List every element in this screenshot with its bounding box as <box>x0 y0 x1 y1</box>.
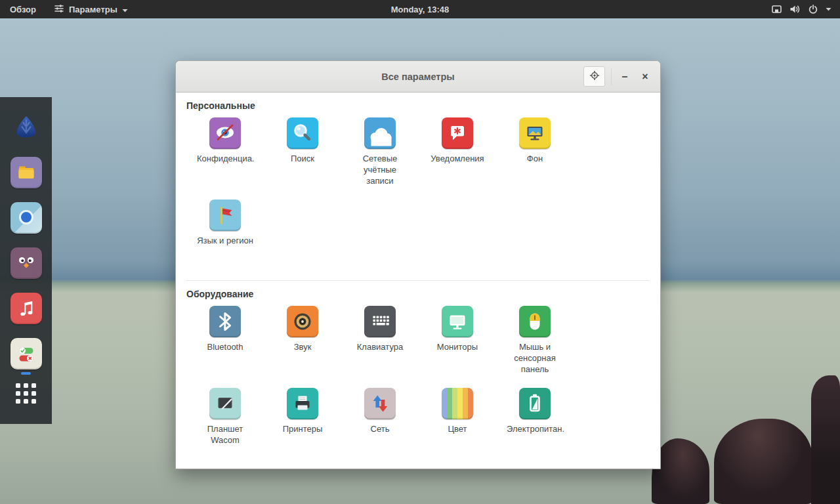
power-icon <box>808 4 818 14</box>
settings-item-online-accounts[interactable]: Сетевые учётные записи <box>341 117 419 186</box>
color-stripes-icon <box>442 388 473 419</box>
network-wired-icon <box>771 4 782 14</box>
settings-item-label: Поиск <box>274 153 331 164</box>
volume-icon <box>789 4 801 14</box>
settings-item-search[interactable]: Поиск <box>264 117 341 186</box>
section-personal: Персональные Конфиденциа. <box>186 93 650 280</box>
settings-item-label: Принтеры <box>274 423 331 434</box>
power-battery-icon <box>519 388 551 419</box>
search-target-icon <box>589 70 600 84</box>
titlebar-separator <box>611 68 612 85</box>
settings-item-label: Язык и регион <box>197 235 253 246</box>
printers-icon <box>287 388 318 419</box>
settings-item-notifications[interactable]: Уведомления <box>419 117 496 186</box>
activities-button[interactable]: Обзор <box>0 0 46 18</box>
app-menu-button[interactable]: Параметры <box>46 0 136 18</box>
settings-item-label: Звук <box>274 341 331 352</box>
app-menu-label: Параметры <box>69 5 117 14</box>
dock-item-music[interactable] <box>10 293 42 324</box>
system-status-area[interactable] <box>763 0 840 18</box>
bluetooth-icon <box>209 306 241 337</box>
search-button[interactable] <box>583 66 605 87</box>
region-language-icon <box>209 200 241 231</box>
dock-item-tweaks[interactable] <box>10 338 42 369</box>
online-accounts-icon <box>364 117 396 149</box>
settings-item-displays[interactable]: Мониторы <box>419 306 496 375</box>
settings-item-sound[interactable]: Звук <box>264 306 341 375</box>
close-button[interactable]: × <box>638 68 652 85</box>
search-icon <box>287 117 318 149</box>
settings-item-label: Фон <box>507 153 563 164</box>
settings-item-power[interactable]: Электропитан. <box>496 388 574 457</box>
settings-item-label: Bluetooth <box>197 341 253 352</box>
settings-item-network[interactable]: Сеть <box>341 388 419 457</box>
titlebar[interactable]: Все параметры – × <box>176 61 660 93</box>
caret-down-icon <box>826 7 831 11</box>
section-hardware: Оборудование Bluetooth <box>186 280 650 469</box>
settings-item-label: Цвет <box>429 423 486 434</box>
section-system: Система Дата и время <box>186 469 650 469</box>
settings-item-label: Электропитан. <box>507 423 563 434</box>
keyboard-icon <box>364 306 396 337</box>
settings-item-background[interactable]: Фон <box>496 117 574 186</box>
wallpaper-rock <box>811 375 840 504</box>
sliders-icon <box>54 3 64 16</box>
displays-icon <box>442 306 473 337</box>
wallpaper-rock <box>714 419 812 504</box>
settings-item-label: Клавиатура <box>352 341 408 352</box>
mouse-touchpad-icon <box>519 306 551 337</box>
settings-content: Персональные Конфиденциа. <box>176 93 660 469</box>
network-arrows-icon <box>364 388 396 419</box>
chevron-down-icon <box>122 5 128 14</box>
settings-item-privacy[interactable]: Конфиденциа. <box>186 117 264 186</box>
dock-item-corebird[interactable] <box>10 247 42 279</box>
notifications-icon <box>442 117 473 149</box>
background-icon <box>519 117 551 149</box>
dock <box>0 97 52 424</box>
settings-item-label: Конфиденциа. <box>197 153 253 164</box>
settings-item-label: Сетевые учётные записи <box>352 153 408 186</box>
settings-window: Все параметры – × <box>175 60 661 469</box>
privacy-icon <box>209 117 241 149</box>
wacom-tablet-icon <box>209 388 241 419</box>
dock-item-files[interactable] <box>10 157 42 188</box>
settings-item-label: Уведомления <box>429 153 486 164</box>
minimize-button[interactable]: – <box>618 68 632 85</box>
settings-item-mouse-touchpad[interactable]: Мышь и сенсорная панель <box>496 306 574 375</box>
section-heading: Оборудование <box>186 289 650 299</box>
settings-item-wacom-tablet[interactable]: Планшет Wacom <box>186 388 264 457</box>
settings-item-label: Мониторы <box>429 341 486 352</box>
sound-icon <box>287 306 318 337</box>
top-bar: Обзор Параметры Monday, 13:4 <box>0 0 840 18</box>
dock-item-web-browser[interactable] <box>10 202 42 234</box>
settings-item-region-language[interactable]: Язык и регион <box>186 200 264 268</box>
settings-item-bluetooth[interactable]: Bluetooth <box>186 306 264 375</box>
dock-item-blue-shell-app[interactable] <box>10 112 42 143</box>
settings-item-keyboard[interactable]: Клавиатура <box>341 306 419 375</box>
show-applications-button[interactable] <box>16 383 36 404</box>
settings-item-label: Сеть <box>352 423 408 434</box>
settings-item-label: Мышь и сенсорная панель <box>507 341 563 375</box>
settings-item-printers[interactable]: Принтеры <box>264 388 341 457</box>
settings-item-color[interactable]: Цвет <box>419 388 496 457</box>
section-heading: Персональные <box>186 100 650 111</box>
settings-item-label: Планшет Wacom <box>197 423 253 446</box>
running-app-indicator <box>21 372 31 375</box>
